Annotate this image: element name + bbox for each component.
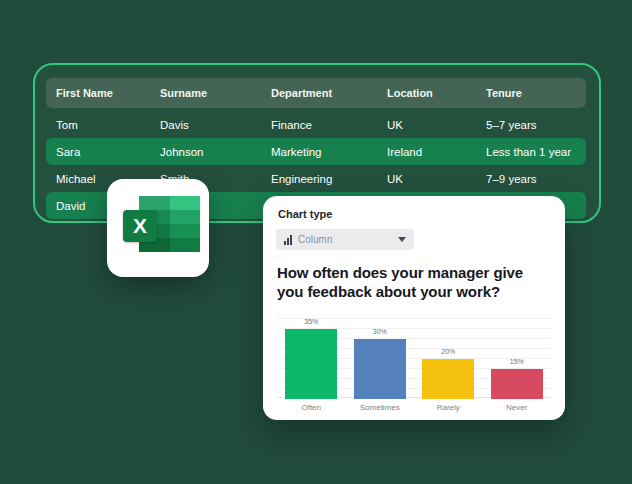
bar	[422, 359, 474, 399]
chart-type-dropdown[interactable]: Column	[276, 229, 414, 250]
bar-value-label: 35%	[304, 318, 318, 325]
chart-type-dropdown-value: Column	[298, 234, 398, 245]
table-cell: 5–7 years	[486, 119, 586, 131]
chart-type-label: Chart type	[278, 208, 332, 220]
table-row[interactable]: SaraJohnsonMarketingIrelandLess than 1 y…	[46, 138, 586, 165]
bar-slot: 20%	[414, 318, 483, 399]
chart-card: Chart type Column How often does your ma…	[263, 196, 565, 420]
column-chart-icon	[284, 235, 292, 245]
bar-slot: 15%	[483, 318, 552, 399]
table-cell: Less than 1 year	[486, 146, 586, 158]
table-cell: Johnson	[160, 146, 271, 158]
excel-logo-card: X	[107, 179, 209, 277]
bar	[491, 369, 543, 399]
table-cell: 7–9 years	[486, 173, 586, 185]
table-cell: Marketing	[271, 146, 387, 158]
bar-slot: 30%	[346, 318, 415, 399]
table-row[interactable]: TomDavisFinanceUK5–7 years	[46, 111, 586, 138]
table-cell: Ireland	[387, 146, 486, 158]
column-header: Location	[387, 87, 486, 99]
column-header: Department	[271, 87, 387, 99]
table-cell: UK	[387, 119, 486, 131]
promo-background: First NameSurnameDepartmentLocationTenur…	[0, 0, 632, 484]
bar-value-label: 30%	[373, 328, 387, 335]
column-header: Surname	[160, 87, 271, 99]
table-header-row: First NameSurnameDepartmentLocationTenur…	[46, 78, 586, 108]
bar-series: 35%30%20%15%	[277, 318, 551, 397]
bar-chart-plot: 35%30%20%15%	[277, 318, 551, 398]
bar-value-label: 15%	[510, 358, 524, 365]
table-cell: Sara	[56, 146, 160, 158]
column-header: First Name	[56, 87, 160, 99]
table-cell: Engineering	[271, 173, 387, 185]
category-label: Sometimes	[346, 403, 415, 412]
category-label: Never	[483, 403, 552, 412]
category-label: Rarely	[414, 403, 483, 412]
chart-title: How often does your manager give you fee…	[277, 263, 553, 301]
bar	[354, 339, 406, 399]
chevron-down-icon	[398, 237, 406, 242]
bar-value-label: 20%	[441, 348, 455, 355]
column-header: Tenure	[486, 87, 586, 99]
table-cell: Davis	[160, 119, 271, 131]
category-axis-labels: OftenSometimesRarelyNever	[277, 403, 551, 412]
excel-x-icon: X	[123, 210, 157, 242]
table-cell: Finance	[271, 119, 387, 131]
table-cell: UK	[387, 173, 486, 185]
bar	[285, 329, 337, 399]
bar-slot: 35%	[277, 318, 346, 399]
category-label: Often	[277, 403, 346, 412]
table-cell: Tom	[56, 119, 160, 131]
